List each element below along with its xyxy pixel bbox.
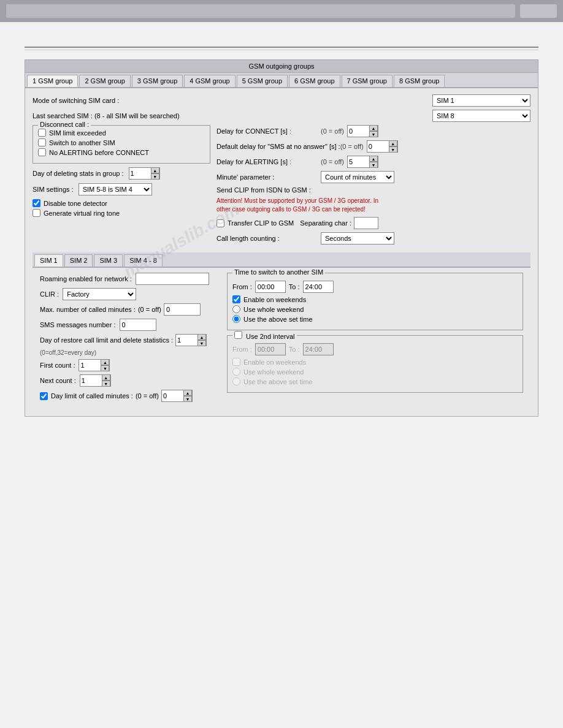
clir-select[interactable]: Factory On Off [63, 288, 136, 300]
top-bar [0, 0, 563, 22]
max-minutes-input[interactable] [164, 303, 201, 316]
disable-tone-checkbox[interactable] [33, 199, 40, 207]
tab-7gsm[interactable]: 7 GSM group [342, 75, 393, 87]
from2-label: From : [232, 346, 252, 353]
tab-4gsm[interactable]: 4 GSM group [184, 75, 235, 87]
day-deleting-input[interactable] [129, 168, 151, 179]
roaming-row: Roaming enabled for network : [40, 273, 221, 285]
next-count-row: Next count : ▲ ▼ [40, 374, 221, 387]
sim-tab-4-8[interactable]: SIM 4 - 8 [124, 254, 163, 267]
last-searched-select[interactable]: SIM 8 SIM 1 [432, 110, 530, 122]
delay-alerting-up[interactable]: ▲ [369, 156, 378, 162]
next-count-input[interactable] [80, 375, 102, 386]
generate-ring-row: Generate virtual ring tone [33, 209, 210, 217]
first-count-row: First count : ▲ ▼ [40, 359, 221, 371]
tab-2gsm[interactable]: 2 GSM group [79, 75, 130, 87]
first-count-down[interactable]: ▼ [101, 365, 109, 371]
day-restore-input[interactable] [176, 335, 197, 346]
use-2nd-title: Use 2nd interval [232, 331, 297, 340]
delay-connect-down[interactable]: ▼ [369, 131, 378, 137]
delay-alerting-down[interactable]: ▼ [369, 162, 378, 168]
from-to-row2: From : To : [232, 343, 518, 355]
lower-left: Roaming enabled for network : CLIR : Fac… [40, 273, 221, 405]
top-bar-button[interactable] [520, 4, 557, 18]
panel-title: GSM outgoing groups [25, 60, 538, 73]
delay-alerting-input[interactable] [348, 156, 369, 167]
enable-weekends-row: Enable on weekends [232, 295, 518, 303]
sim-tab-1[interactable]: SIM 1 [34, 254, 63, 267]
from-label: From : [232, 283, 252, 290]
roaming-label: Roaming enabled for network : [40, 275, 132, 282]
minute-param-select[interactable]: Count of minutes Count of seconds [321, 171, 394, 183]
day-restore-down[interactable]: ▼ [197, 340, 206, 346]
next-count-spinbox: ▲ ▼ [80, 374, 111, 387]
sms-messages-input[interactable] [120, 319, 156, 331]
next-count-down[interactable]: ▼ [102, 381, 110, 387]
gsm-panel: GSM outgoing groups 1 GSM group 2 GSM gr… [25, 59, 538, 417]
day-restore-up[interactable]: ▲ [197, 334, 206, 340]
use-2nd-checkbox[interactable] [234, 331, 242, 339]
tab-1gsm[interactable]: 1 GSM group [27, 75, 78, 87]
transfer-clip-checkbox[interactable] [216, 219, 224, 227]
send-clip-label: Send CLIP from ISDN to GSM : [216, 186, 321, 194]
tab-6gsm[interactable]: 6 GSM group [289, 75, 340, 87]
clir-label: CLIR : [40, 290, 59, 298]
no-alerting-checkbox[interactable] [38, 148, 46, 156]
day-deleting-up[interactable]: ▲ [151, 167, 159, 173]
delay-connect-input[interactable] [348, 126, 369, 137]
day-restore-container: Day of restore call limit and delete sta… [40, 334, 221, 356]
sim-settings-select[interactable]: SIM 5-8 is SIM 4 SIM 5-8 is SIM 1 [79, 183, 152, 195]
sim-tab-2[interactable]: SIM 2 [64, 254, 93, 267]
delay-alerting-row: Delay for ALERTING [s] : (0 = off) ▲ ▼ [216, 156, 530, 168]
use-whole-radio[interactable] [232, 305, 240, 313]
delay-alerting-spinbox: ▲ ▼ [347, 156, 378, 168]
day-deleting-down[interactable]: ▼ [151, 173, 159, 180]
sms-messages-label: SMS messages number : [40, 321, 116, 328]
first-count-up[interactable]: ▲ [101, 359, 109, 365]
day-limit-label: Day limit of called minutes : [51, 392, 133, 400]
tab-3gsm[interactable]: 3 GSM group [132, 75, 183, 87]
day-limit-checkbox[interactable] [40, 392, 48, 400]
day-deleting-label: Day of deleting stats in group : [33, 170, 124, 177]
default-delay-up[interactable]: ▲ [389, 140, 397, 146]
first-count-input[interactable] [79, 360, 101, 371]
generate-ring-checkbox[interactable] [33, 209, 40, 217]
first-count-label: First count : [40, 362, 75, 369]
day-restore-spinbox: ▲ ▼ [175, 334, 207, 346]
day-limit-up[interactable]: ▲ [183, 390, 192, 396]
to-input[interactable] [303, 281, 334, 293]
roaming-input[interactable] [136, 273, 209, 285]
separating-char-input[interactable] [354, 217, 378, 229]
sim-limit-checkbox[interactable] [38, 129, 46, 137]
use-above2-label: Use the above set time [243, 378, 313, 385]
call-length-row: Call length counting : Seconds Minutes [216, 232, 530, 245]
tab-8gsm[interactable]: 8 GSM group [394, 75, 445, 87]
mode-switching-select[interactable]: SIM 1 SIM 2 Random [432, 94, 530, 107]
day-limit-down[interactable]: ▼ [183, 396, 192, 402]
next-count-up[interactable]: ▲ [102, 374, 110, 381]
hr-top [25, 47, 538, 48]
last-searched-label: Last searched SIM : (8 - all SIM will be… [33, 112, 180, 119]
enable-weekends2-checkbox [232, 358, 240, 366]
use-above-radio[interactable] [232, 315, 240, 323]
switch-sim-checkbox[interactable] [38, 138, 46, 146]
delay-alerting-label: Delay for ALERTING [s] : [216, 158, 321, 165]
tab-5gsm[interactable]: 5 GSM group [237, 75, 288, 87]
default-delay-input[interactable] [367, 141, 389, 152]
sim-tab-3[interactable]: SIM 3 [94, 254, 123, 267]
from-input[interactable] [255, 281, 286, 293]
use-above-label: Use the above set time [243, 316, 313, 323]
delay-connect-up[interactable]: ▲ [369, 125, 378, 131]
call-length-select[interactable]: Seconds Minutes [321, 232, 394, 245]
disable-tone-label: Disable tone detector [44, 200, 107, 207]
no-alerting-label: No ALERTING before CONNECT [49, 149, 149, 156]
max-minutes-row: Max. number of called minutes : (0 = off… [40, 303, 221, 316]
time-switch-title: Time to switch to another SIM [232, 268, 325, 276]
from2-input [255, 343, 286, 355]
use-above2-row: Use the above set time [232, 377, 518, 385]
sim-tab-bar: SIM 1 SIM 2 SIM 3 SIM 4 - 8 [33, 252, 530, 268]
to2-input [303, 343, 334, 355]
default-delay-down[interactable]: ▼ [389, 146, 397, 153]
enable-weekends-checkbox[interactable] [232, 295, 240, 303]
day-limit-input[interactable] [162, 390, 183, 401]
